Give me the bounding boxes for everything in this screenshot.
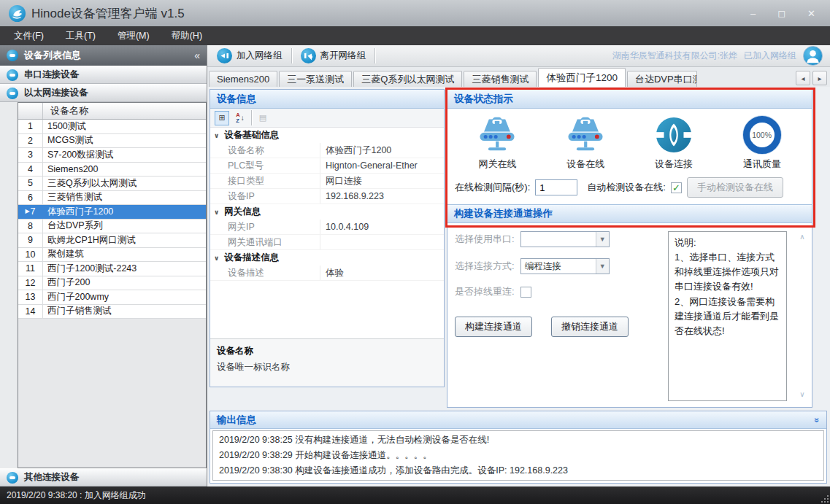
property-row[interactable]: 设备描述体验 (210, 265, 444, 281)
reconnect-checkbox[interactable] (520, 287, 531, 298)
row-number-column-header (18, 103, 43, 119)
join-network-group-button[interactable]: 加入网络组 (212, 47, 288, 65)
property-grid: ∨ 设备基础信息 设备名称体验西门子1200 PLC型号Hignton-Gene… (210, 128, 444, 338)
serial-port-select[interactable]: ▼ (520, 231, 610, 247)
leave-network-group-button[interactable]: 离开网络组 (296, 47, 372, 65)
property-row[interactable]: 网关IP10.0.4.109 (210, 220, 444, 235)
menu-tools[interactable]: 工具(T) (55, 26, 107, 45)
user-avatar[interactable] (803, 46, 823, 66)
property-pages-icon[interactable]: ▤ (255, 111, 270, 125)
device-row[interactable]: 12西门子200 (18, 276, 206, 291)
tab-scroll-left-icon[interactable]: ◂ (796, 71, 810, 85)
serial-section-icon (7, 69, 18, 81)
selected-row-marker-icon: ▶ (25, 209, 29, 214)
toolbar-separator (374, 48, 375, 63)
resize-grip[interactable] (821, 495, 829, 503)
router-icon (474, 115, 520, 154)
device-table: 设备名称 11500测试 2MCGS测试 3S7-200数据测试 4Siemen… (18, 102, 207, 468)
categorized-view-icon[interactable]: ⊞ (215, 111, 229, 125)
toolbar-separator (251, 110, 252, 125)
main-content: 加入网络组 离开网络组 湖南华辰智通科技有限公司:张烨 已加入网络组 (207, 45, 830, 486)
device-row-selected[interactable]: ▶7 体验西门子1200 (18, 205, 206, 220)
device-row[interactable]: 10聚创建筑 (18, 248, 206, 263)
device-row[interactable]: 11西门子1200测试-2243 (18, 262, 206, 276)
manual-detect-button[interactable]: 手动检测设备在线 (687, 177, 783, 198)
device-row[interactable]: 14西门子销售测试 (18, 305, 206, 319)
combo-arrow-icon: ▼ (596, 232, 609, 247)
leave-network-icon (301, 48, 316, 63)
device-row[interactable]: 6三菱销售测试 (18, 191, 206, 206)
sidebar: 设备列表信息 « 串口连接设备 以太网连接设备 设备名称 11500测试 2MC… (0, 45, 207, 486)
scroll-up-icon[interactable]: ∧ (799, 233, 804, 241)
menu-manage[interactable]: 管理(M) (107, 26, 161, 45)
company-user-text: 湖南华辰智通科技有限公司:张烨 (612, 50, 737, 62)
titlebar: Hinode设备管理客户端 v1.5 – ◻ ✕ (0, 0, 830, 26)
device-row[interactable]: 3S7-200数据测试 (18, 148, 206, 163)
device-row[interactable]: 2MCGS测试 (18, 134, 206, 149)
auto-detect-checkbox[interactable]: ✓ (671, 182, 682, 193)
tab-mitsubishi-q-ethernet-test[interactable]: 三菱Q系列以太网测试 (353, 71, 462, 87)
revoke-channel-button[interactable]: 撤销连接通道 (551, 317, 629, 337)
interval-label: 在线检测间隔(秒): (455, 181, 530, 194)
section-other-devices[interactable]: 其他连接设备 (0, 468, 207, 486)
output-collapse-icon[interactable]: » (812, 417, 823, 422)
reconnect-label: 是否掉线重连: (455, 285, 515, 298)
app-window: Hinode设备管理客户端 v1.5 – ◻ ✕ 文件(F) 工具(T) 管理(… (0, 0, 830, 504)
device-table-header: 设备名称 (18, 103, 206, 120)
sidebar-collapse-icon[interactable]: « (194, 50, 200, 61)
output-panel: 输出信息 » 2019/2/20 9:38:25 没有构建连接通道，无法自动检测… (210, 411, 827, 484)
device-row[interactable]: 13西门子200wmy (18, 290, 206, 305)
menu-file[interactable]: 文件(F) (3, 26, 55, 45)
property-row[interactable]: 接口类型网口连接 (210, 174, 444, 189)
tab-sany-pump-test[interactable]: 三一泵送测试 (279, 71, 352, 87)
property-row[interactable]: 设备IP192.168.9.223 (210, 189, 444, 204)
maximize-button[interactable]: ◻ (777, 8, 785, 19)
build-channel-button[interactable]: 构建连接通道 (455, 317, 532, 337)
category-gateway-info[interactable]: ∨ 网关信息 (210, 204, 444, 220)
device-row[interactable]: 9欧姆龙CP1H网口测试 (18, 233, 206, 248)
app-logo-icon (9, 5, 26, 22)
tab-delta-dvp-serial-test[interactable]: 台达DVP串口测试 (627, 71, 697, 87)
property-row[interactable]: PLC型号Hignton-General-Ether (210, 158, 444, 174)
online-check-controls: 在线检测间隔(秒): 自动检测设备在线: ✓ 手动检测设备在线 (447, 172, 812, 204)
tab-siemens1200-trial-active[interactable]: 体验西门子1200 (538, 68, 626, 87)
selected-property-description: 设备唯一标识名称 (217, 361, 437, 373)
tab-siemens200[interactable]: Siemens200 (209, 71, 277, 87)
propertygrid-toolbar: ⊞ AZ↓ ▤ (210, 109, 444, 128)
device-tabbar: Siemens200 三一泵送测试 三菱Q系列以太网测试 三菱销售测试 体验西门… (207, 67, 830, 87)
plug-connect-icon (655, 116, 693, 154)
connect-mode-select[interactable]: 编程连接 ▼ (520, 258, 610, 274)
category-basic-info[interactable]: ∨ 设备基础信息 (210, 128, 444, 143)
device-connect-indicator: 设备连接 (633, 116, 715, 171)
tab-scroll-right-icon[interactable]: ▸ (812, 71, 827, 85)
status-panel-header: 设备状态指示 (447, 90, 812, 109)
statusbar-message: 2019/2/20 9:38:20 : 加入网络组成功 (7, 489, 146, 502)
category-description-info[interactable]: ∨ 设备描述信息 (210, 250, 444, 265)
sort-alphabetical-icon[interactable]: AZ↓ (233, 111, 247, 125)
tab-mitsubishi-sales-test[interactable]: 三菱销售测试 (464, 71, 537, 87)
log-line: 2019/2/20 9:38:30 构建设备连接通道成功，添加设备路由完成。设备… (219, 463, 818, 478)
interval-input[interactable] (535, 179, 577, 195)
property-row[interactable]: 网关通讯端口 (210, 235, 444, 250)
statusbar: 2019/2/20 9:38:20 : 加入网络组成功 (0, 486, 830, 504)
ethernet-section-icon (7, 88, 18, 99)
device-row[interactable]: 8台达DVP系列 (18, 220, 206, 234)
window-title: Hinode设备管理客户端 v1.5 (31, 5, 185, 22)
sidebar-title: 设备列表信息 (24, 49, 81, 62)
menu-help[interactable]: 帮助(H) (161, 26, 213, 45)
section-ethernet-devices[interactable]: 以太网连接设备 (0, 84, 207, 102)
collapse-chevron-icon: ∨ (214, 209, 219, 216)
close-button[interactable]: ✕ (807, 8, 815, 19)
selected-property-name: 设备名称 (217, 345, 437, 357)
collapse-chevron-icon: ∨ (214, 255, 219, 262)
minimize-button[interactable]: – (750, 8, 756, 19)
property-row[interactable]: 设备名称体验西门子1200 (210, 143, 444, 158)
device-row[interactable]: 11500测试 (18, 120, 206, 134)
quality-gauge: 100% (743, 116, 781, 154)
scroll-down-icon[interactable]: ∨ (799, 390, 804, 398)
quality-percent: 100% (752, 131, 772, 139)
section-serial-devices[interactable]: 串口连接设备 (0, 66, 207, 84)
device-row[interactable]: 5三菱Q系列以太网测试 (18, 177, 206, 191)
device-status-panel: 设备状态指示 (447, 89, 812, 408)
device-row[interactable]: 4Siemens200 (18, 163, 206, 177)
